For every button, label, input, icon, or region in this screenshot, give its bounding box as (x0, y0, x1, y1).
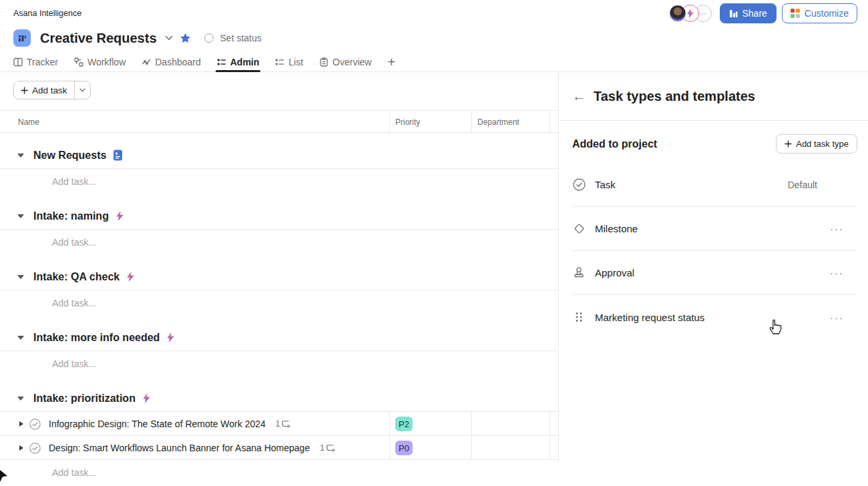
column-header-name[interactable]: Name (0, 111, 389, 134)
favorite-star-icon[interactable] (180, 33, 191, 43)
add-task-dropdown-button[interactable] (74, 81, 90, 99)
section-intake-prioritization: Intake: prioritization Infographic Desig… (0, 385, 558, 485)
priority-cell[interactable]: P2 (389, 412, 471, 436)
priority-cell[interactable]: P0 (389, 436, 471, 460)
customize-button[interactable]: Customize (782, 3, 857, 23)
workflow-icon (74, 57, 83, 67)
collapse-caret-icon[interactable] (17, 397, 24, 401)
priority-badge[interactable]: P0 (395, 441, 413, 455)
chevron-down-icon (79, 88, 85, 92)
project-header: Creative Requests Set status (0, 27, 868, 52)
share-icon (729, 9, 738, 18)
task-type-label: Milestone (595, 223, 638, 234)
tab-label: Admin (230, 57, 260, 67)
section-intake-qa-check: Intake: QA check Add task... (0, 264, 558, 315)
collapse-caret-icon[interactable] (17, 336, 24, 340)
overview-icon (319, 57, 329, 67)
project-icon[interactable] (13, 29, 31, 47)
section-title[interactable]: New Requests (33, 150, 106, 162)
share-button[interactable]: Share (720, 3, 777, 23)
bolt-icon (116, 211, 124, 221)
admin-list-icon (217, 57, 226, 67)
drag-handle-icon[interactable] (575, 312, 583, 322)
app-title: Asana Intelligence (13, 9, 81, 18)
tracker-icon (13, 57, 23, 67)
add-task-placeholder[interactable]: Add task... (0, 351, 558, 376)
tab-list[interactable]: List (275, 52, 303, 72)
status-circle-icon[interactable] (204, 33, 214, 43)
tab-tracker[interactable]: Tracker (13, 52, 58, 72)
add-task-placeholder[interactable]: Add task... (0, 230, 558, 254)
row-menu-button[interactable]: ··· (830, 223, 857, 234)
collapse-caret-icon[interactable] (17, 214, 24, 218)
add-tab-button[interactable]: + (387, 55, 395, 69)
task-type-label: Approval (595, 267, 634, 278)
task-types-panel: ← Task types and templates Added to proj… (559, 72, 868, 463)
section-title[interactable]: Intake: QA check (33, 271, 120, 283)
project-menu-chevron-icon[interactable] (165, 35, 173, 41)
department-cell[interactable] (471, 436, 550, 460)
task-type-row-milestone[interactable]: Milestone ··· (572, 207, 857, 251)
add-task-placeholder[interactable]: Add task... (0, 169, 558, 194)
task-type-row-approval[interactable]: Approval ··· (572, 251, 857, 295)
add-task-button[interactable]: Add task (14, 81, 74, 99)
table-header: Name Priority Department (0, 110, 558, 133)
column-header-department[interactable]: Department (471, 111, 550, 134)
subtask-icon (282, 420, 290, 428)
task-list-panel: Add task Name Priority Department New Re… (0, 72, 559, 463)
row-menu-button[interactable]: ··· (830, 312, 857, 323)
tab-admin[interactable]: Admin (217, 52, 260, 72)
row-menu-button[interactable]: ··· (830, 267, 857, 278)
column-header-priority[interactable]: Priority (389, 111, 471, 134)
check-circle-icon[interactable] (29, 443, 41, 454)
task-type-row-marketing-request-status[interactable]: Marketing request status ··· (572, 295, 857, 339)
expand-caret-icon[interactable] (19, 421, 23, 427)
diamond-icon (573, 222, 586, 235)
bolt-icon (686, 9, 694, 18)
form-icon[interactable] (113, 150, 123, 161)
collapse-caret-icon[interactable] (17, 275, 24, 279)
share-button-label: Share (742, 8, 767, 19)
task-name[interactable]: Infographic Design: The State of Remote … (49, 419, 266, 429)
priority-badge[interactable]: P2 (395, 417, 413, 431)
section-intake-more-info-needed: Intake: more info needed Add task... (0, 324, 558, 376)
topbar: Asana Intelligence ··· Share (0, 0, 868, 27)
section-title[interactable]: Intake: more info needed (33, 332, 160, 344)
add-task-split-button: Add task (13, 81, 91, 99)
panel-title: Task types and templates (594, 89, 755, 104)
add-task-placeholder[interactable]: Add task... (0, 290, 558, 315)
section-title[interactable]: Intake: prioritization (33, 393, 136, 405)
plus-icon (21, 87, 28, 94)
added-to-project-heading: Added to project (572, 138, 657, 150)
user-avatar[interactable] (669, 5, 686, 22)
tab-overview[interactable]: Overview (319, 52, 371, 72)
add-task-type-label: Add task type (796, 139, 849, 149)
department-cell[interactable] (471, 412, 550, 436)
tab-bar: Tracker Workflow Dashboard Admin List (0, 52, 868, 72)
add-task-type-button[interactable]: Add task type (776, 134, 857, 154)
bolt-icon (142, 393, 151, 403)
set-status-button[interactable]: Set status (220, 33, 262, 43)
list-icon (275, 57, 284, 67)
task-name[interactable]: Design: Smart Workflows Launch Banner fo… (49, 443, 310, 453)
default-badge: Default (788, 180, 857, 190)
task-type-label: Task (595, 179, 616, 190)
collapse-caret-icon[interactable] (17, 154, 24, 158)
task-row[interactable]: Infographic Design: The State of Remote … (0, 412, 558, 436)
customize-icon (791, 9, 800, 18)
add-task-placeholder[interactable]: Add task... (0, 460, 558, 485)
customize-button-label: Customize (805, 8, 849, 19)
check-circle-icon[interactable] (29, 419, 41, 430)
expand-caret-icon[interactable] (19, 445, 23, 451)
tab-workflow[interactable]: Workflow (74, 52, 126, 72)
section-title[interactable]: Intake: naming (33, 210, 109, 222)
task-type-list: Task Default Milestone ··· (572, 163, 857, 339)
task-type-label: Marketing request status (595, 312, 704, 323)
back-arrow-icon[interactable]: ← (572, 89, 586, 103)
project-glyph-icon (17, 33, 27, 43)
task-row[interactable]: Design: Smart Workflows Launch Banner fo… (0, 436, 558, 460)
task-type-row-task[interactable]: Task Default (572, 163, 857, 207)
bolt-icon (126, 272, 135, 282)
tab-label: Tracker (27, 57, 58, 67)
tab-dashboard[interactable]: Dashboard (142, 52, 201, 72)
